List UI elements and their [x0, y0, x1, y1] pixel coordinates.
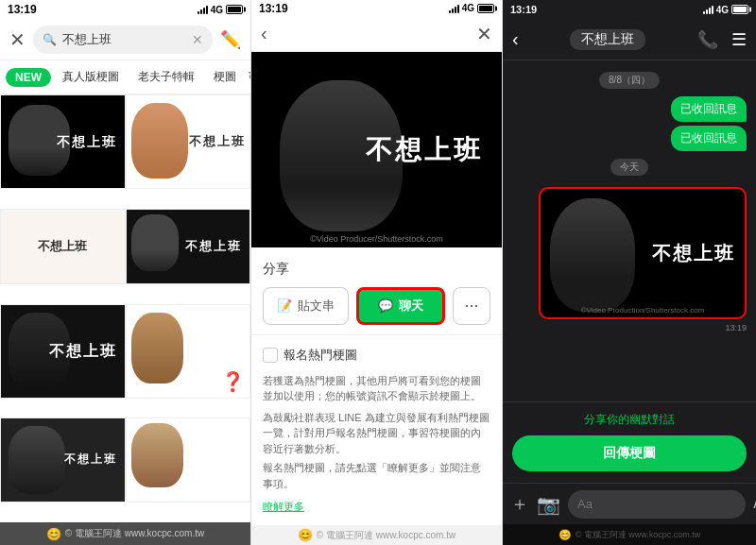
bar2-3 [706, 9, 708, 14]
status-bar-3: 13:19 4G [503, 0, 756, 19]
battery-2 [477, 4, 494, 13]
tab-meme[interactable]: 梗圖 [206, 66, 244, 88]
camera-icon[interactable]: 📷 [537, 493, 560, 516]
sticker-cell-4[interactable]: 不想上班 [126, 209, 251, 284]
network-type-1: 4G [211, 5, 223, 15]
signal-bars-2 [449, 4, 459, 13]
back-button-2[interactable]: ‹ [261, 23, 267, 44]
back-button-1[interactable]: ✕ [9, 30, 26, 49]
chat-area: 8/8（四） 已收回訊息 已收回訊息 今天 不想上班 ©Video Produc… [503, 60, 756, 401]
sticker-text-2: 不想上班 [189, 134, 246, 150]
watermark-text-2: © 電腦王阿達 www.kocpc.com.tw [317, 529, 455, 542]
bar4-3 [712, 6, 713, 14]
face-dark-2 [131, 214, 179, 271]
share-section: 分享 📝 貼文串 💬 聊天 ··· [251, 247, 502, 335]
share-hint[interactable]: 分享你的幽默對話 [512, 412, 747, 428]
menu-icon[interactable]: ☰ [731, 29, 747, 50]
search-icon-1: 🔍 [43, 33, 57, 46]
sticker-text-3: 不想上班 [38, 238, 87, 255]
chat-sticker-text: 不想上班 [652, 241, 735, 265]
chat-action-area: 分享你的幽默對話 回傳梗圖 [503, 401, 756, 483]
back-button-3[interactable]: ‹ [512, 28, 519, 50]
panel2-nav-bar: ‹ ✕ [251, 16, 502, 52]
more-button[interactable]: ··· [453, 287, 490, 325]
time-3: 13:19 [510, 4, 537, 15]
sticker-cell-7[interactable]: 不想上班 [0, 417, 126, 502]
plus-icon[interactable]: ＋ [510, 491, 529, 517]
phone-icon[interactable]: 📞 [697, 29, 718, 50]
sticker-cell-5[interactable]: 不想上班 [0, 304, 126, 399]
sticker-cell-1[interactable]: 不想上班 [0, 94, 126, 189]
watermark-3: 😊 © 電腦王阿達 www.kocpc.com.tw [503, 524, 756, 545]
register-link[interactable]: 瞭解更多 [263, 501, 304, 512]
bar1 [198, 11, 199, 14]
checkbox-row: 報名熱門梗圖 [263, 347, 490, 364]
sticker-text-5: 不想上班 [49, 341, 117, 361]
bar4 [206, 6, 208, 14]
bar1-2 [449, 10, 451, 13]
watermark-text-3: © 電腦王阿達 www.kocpc.com.tw [576, 529, 701, 541]
signal-bars-3 [703, 5, 713, 14]
contact-name: 不想上班 [570, 29, 645, 50]
panel-sticker-search: 13:19 4G ✕ 🔍 不想上班 ✕ ✏️ NEW 真人版梗圖 老夫子特輯 [0, 0, 251, 545]
share-label: 分享 [263, 261, 490, 278]
search-clear-icon[interactable]: ✕ [192, 32, 203, 47]
bar3-3 [709, 8, 711, 14]
top-bar-1: ✕ 🔍 不想上班 ✕ ✏️ [0, 19, 250, 60]
preview-watermark: ©Video Producer/Shutterstock.com [310, 234, 443, 244]
battery-fill-3 [733, 7, 747, 12]
chat-label: 聊天 [399, 298, 423, 315]
sticker-cell-8[interactable] [126, 417, 251, 502]
register-bullet1: 為鼓勵社群表現 LINE 為建立與發展有利熱門梗圖一覽，計對用戶報名熱門梗圖，事… [263, 410, 490, 457]
sticker-cell-2[interactable]: 不想上班 [126, 94, 251, 189]
chat-watermark: ©Video Production/Shutterstock.com [581, 306, 705, 315]
status-bar-1: 13:19 4G [0, 0, 250, 19]
post-button[interactable]: 📝 貼文串 [263, 287, 349, 325]
sticker-cell-6[interactable]: ❓ [126, 304, 251, 399]
chat-input-bar: ＋ 📷 Aa 🎤 [503, 483, 756, 524]
face-person-2 [131, 313, 183, 383]
tab-real-photo[interactable]: 真人版梗圖 [55, 66, 127, 88]
register-bullet2: 報名熱門梗圖，請先點選「瞭解更多」並閱注意事項。 [263, 460, 490, 491]
panel-chat: 13:19 4G ‹ 不想上班 📞 ☰ 8/8（四） 已收回訊息 已收回 [503, 0, 756, 545]
search-box-1[interactable]: 🔍 不想上班 ✕ [33, 26, 213, 54]
register-label: 報名熱門梗圖 [284, 347, 357, 364]
register-checkbox[interactable] [263, 348, 278, 363]
chat-face [550, 198, 635, 312]
return-meme-button[interactable]: 回傳梗圖 [512, 435, 747, 471]
bar3-2 [455, 7, 456, 13]
status-icons-3: 4G [703, 5, 748, 15]
recalled-message-1: 已收回訊息 [671, 96, 747, 122]
today-badge: 今天 [610, 159, 648, 176]
date-badge: 8/8（四） [599, 72, 660, 89]
reload-icon[interactable]: ↻ [248, 68, 250, 86]
sticker-preview-large: 不想上班 ©Video Producer/Shutterstock.com [251, 52, 502, 247]
preview-sticker-text: 不想上班 [366, 132, 483, 166]
more-icon: ··· [464, 296, 478, 315]
time-1: 13:19 [8, 3, 37, 16]
chat-action-icons: 📞 ☰ [697, 29, 747, 50]
tab-new[interactable]: NEW [6, 68, 51, 87]
tab-oldmaster[interactable]: 老夫子特輯 [130, 66, 202, 88]
bar3 [203, 8, 205, 14]
chat-input[interactable] [568, 490, 746, 519]
chat-time-row: 13:19 [512, 323, 747, 332]
close-button-2[interactable]: ✕ [476, 23, 492, 45]
register-description: 若獲選為熱門梗圖，其他用戶將可看到您的梗圖並加以使用；您的帳號資訊不會顯示於梗圖… [263, 373, 490, 404]
bar2-2 [452, 9, 454, 13]
battery-fill-2 [479, 6, 492, 11]
chat-button[interactable]: 💬 聊天 [356, 287, 446, 325]
post-label: 貼文串 [298, 298, 335, 315]
edit-button-1[interactable]: ✏️ [220, 29, 241, 50]
sticker-text-4: 不想上班 [185, 238, 242, 254]
sticker-cell-3[interactable]: 不想上班 [0, 209, 126, 284]
sticker-grid: 不想上班 不想上班 不想上班 不想上班 不想上班 [0, 94, 250, 522]
bar4-2 [457, 5, 459, 13]
sticker-text-1: 不想上班 [57, 133, 117, 150]
share-buttons: 📝 貼文串 💬 聊天 ··· [263, 287, 490, 325]
chat-sticker-preview: 不想上班 ©Video Production/Shutterstock.com [539, 187, 747, 319]
tab-row-1: NEW 真人版梗圖 老夫子特輯 梗圖 ↻ [0, 60, 250, 94]
post-icon: 📝 [277, 298, 292, 313]
face-person-3 [131, 423, 183, 487]
bar2 [200, 9, 202, 14]
